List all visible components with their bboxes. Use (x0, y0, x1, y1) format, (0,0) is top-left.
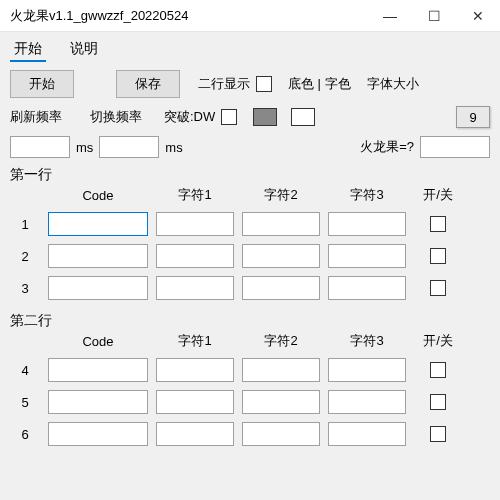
row1-char3-input[interactable] (328, 212, 406, 236)
col-onoff-header: 开/关 (414, 332, 462, 350)
row2-char3-input[interactable] (328, 244, 406, 268)
section2-grid: Code 字符1 字符2 字符3 开/关 4 5 6 (10, 332, 490, 446)
row1-code-input[interactable] (48, 212, 148, 236)
save-button[interactable]: 保存 (116, 70, 180, 98)
switch-ms-label: ms (165, 140, 182, 155)
tab-help[interactable]: 说明 (66, 38, 102, 62)
tab-start[interactable]: 开始 (10, 38, 46, 62)
row3-char1-input[interactable] (156, 276, 234, 300)
row1-char1-input[interactable] (156, 212, 234, 236)
start-button[interactable]: 开始 (10, 70, 74, 98)
two-line-display-label: 二行显示 (198, 75, 250, 93)
bg-color-swatch[interactable] (253, 108, 277, 126)
switch-freq-input[interactable] (99, 136, 159, 158)
fruit-input[interactable] (420, 136, 490, 158)
row1-onoff-checkbox[interactable] (430, 216, 446, 232)
switch-freq-label: 切换频率 (90, 108, 142, 126)
row4-char3-input[interactable] (328, 358, 406, 382)
toolbar-row-2: 刷新频率 切换频率 突破:DW 9 (10, 106, 490, 128)
row3-onoff-checkbox[interactable] (430, 280, 446, 296)
toolbar-row-1: 开始 保存 二行显示 底色 | 字色 字体大小 (10, 70, 490, 98)
col-code-header: Code (48, 188, 148, 203)
breakthrough-checkbox[interactable] (221, 109, 237, 125)
refresh-freq-label: 刷新频率 (10, 108, 62, 126)
row5-char3-input[interactable] (328, 390, 406, 414)
toolbar-row-3: ms ms 火龙果=? (10, 136, 490, 158)
row6-char1-input[interactable] (156, 422, 234, 446)
col-onoff-header: 开/关 (414, 186, 462, 204)
row4-char1-input[interactable] (156, 358, 234, 382)
app-window: 火龙果v1.1_gwwzzf_20220524 — ☐ ✕ 开始 说明 开始 保… (0, 0, 500, 500)
color-label: 底色 | 字色 (288, 75, 351, 93)
row3-char2-input[interactable] (242, 276, 320, 300)
row-num: 3 (10, 281, 40, 296)
col-char3-header: 字符3 (328, 186, 406, 204)
row4-char2-input[interactable] (242, 358, 320, 382)
row4-onoff-checkbox[interactable] (430, 362, 446, 378)
breakthrough-label: 突破:DW (164, 108, 215, 126)
row6-char2-input[interactable] (242, 422, 320, 446)
row5-char2-input[interactable] (242, 390, 320, 414)
row3-char3-input[interactable] (328, 276, 406, 300)
col-char3-header: 字符3 (328, 332, 406, 350)
row5-char1-input[interactable] (156, 390, 234, 414)
col-char1-header: 字符1 (156, 332, 234, 350)
row-num: 4 (10, 363, 40, 378)
row6-char3-input[interactable] (328, 422, 406, 446)
section2-title: 第二行 (10, 312, 490, 330)
col-char2-header: 字符2 (242, 332, 320, 350)
close-button[interactable]: ✕ (456, 0, 500, 32)
row2-onoff-checkbox[interactable] (430, 248, 446, 264)
refresh-freq-input[interactable] (10, 136, 70, 158)
maximize-button[interactable]: ☐ (412, 0, 456, 32)
font-size-value[interactable]: 9 (456, 106, 490, 128)
col-code-header: Code (48, 334, 148, 349)
col-char1-header: 字符1 (156, 186, 234, 204)
row1-char2-input[interactable] (242, 212, 320, 236)
fruit-label: 火龙果=? (360, 138, 414, 156)
row-num: 1 (10, 217, 40, 232)
row3-code-input[interactable] (48, 276, 148, 300)
two-line-display-checkbox[interactable] (256, 76, 272, 92)
row2-char2-input[interactable] (242, 244, 320, 268)
row-num: 6 (10, 427, 40, 442)
content-area: 开始 保存 二行显示 底色 | 字色 字体大小 刷新频率 切换频率 突破:DW … (0, 62, 500, 500)
row2-char1-input[interactable] (156, 244, 234, 268)
row5-code-input[interactable] (48, 390, 148, 414)
titlebar: 火龙果v1.1_gwwzzf_20220524 — ☐ ✕ (0, 0, 500, 32)
row2-code-input[interactable] (48, 244, 148, 268)
section1-title: 第一行 (10, 166, 490, 184)
row6-code-input[interactable] (48, 422, 148, 446)
row-num: 2 (10, 249, 40, 264)
tab-bar: 开始 说明 (0, 32, 500, 62)
window-title: 火龙果v1.1_gwwzzf_20220524 (0, 7, 368, 25)
refresh-ms-label: ms (76, 140, 93, 155)
font-size-label: 字体大小 (367, 75, 419, 93)
col-char2-header: 字符2 (242, 186, 320, 204)
fg-color-swatch[interactable] (291, 108, 315, 126)
section1-grid: Code 字符1 字符2 字符3 开/关 1 2 3 (10, 186, 490, 300)
row6-onoff-checkbox[interactable] (430, 426, 446, 442)
row-num: 5 (10, 395, 40, 410)
minimize-button[interactable]: — (368, 0, 412, 32)
row4-code-input[interactable] (48, 358, 148, 382)
row5-onoff-checkbox[interactable] (430, 394, 446, 410)
